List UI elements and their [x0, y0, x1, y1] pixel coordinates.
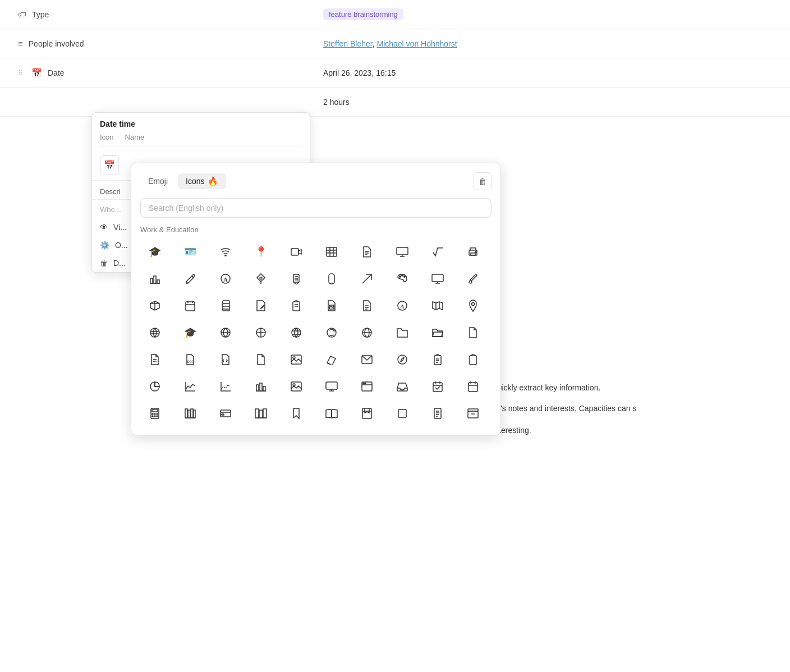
- section-label: Work & Education: [140, 225, 492, 234]
- icon-monitor3[interactable]: [317, 374, 346, 399]
- icon-inbox[interactable]: [388, 374, 417, 399]
- icon-refresh-globe[interactable]: [317, 320, 346, 345]
- panel-columns: Icon Name: [100, 133, 302, 146]
- panel-icon-box[interactable]: 📅: [100, 155, 119, 174]
- type-value-cell[interactable]: feature brainstorming: [314, 2, 790, 27]
- icon-globe5[interactable]: [352, 320, 382, 345]
- icon-plain-doc[interactable]: [140, 347, 169, 372]
- svg-rect-3: [327, 247, 337, 256]
- icon-edit-doc[interactable]: [246, 293, 275, 318]
- svg-point-0: [225, 255, 226, 256]
- date-value-cell[interactable]: April 26, 2023, 16:15: [314, 62, 790, 84]
- icon-calendar3[interactable]: [423, 374, 452, 399]
- icon-square[interactable]: [388, 401, 417, 426]
- icon-cube[interactable]: [140, 293, 169, 318]
- icon-globe-settings[interactable]: [140, 320, 169, 345]
- delete-icon-btn[interactable]: 🗑: [474, 172, 492, 190]
- icon-palette[interactable]: [388, 266, 417, 291]
- icon-paperclip[interactable]: [317, 266, 346, 291]
- icon-globe2[interactable]: [211, 320, 240, 345]
- icon-calculator[interactable]: [140, 401, 169, 426]
- search-wrapper[interactable]: [140, 198, 492, 218]
- icon-doc-text[interactable]: [352, 240, 382, 264]
- icon-printer[interactable]: [458, 240, 488, 264]
- icon-clipboard2[interactable]: [282, 293, 311, 318]
- picker-tabs-left: Emoji Icons 🔥: [140, 173, 226, 189]
- icon-font-a[interactable]: A: [211, 266, 240, 291]
- svg-rect-135: [255, 409, 259, 418]
- trash-icon-picker: 🗑: [479, 177, 487, 186]
- icon-map[interactable]: [423, 293, 452, 318]
- icon-line-chart[interactable]: [176, 374, 205, 399]
- icon-clipboard3[interactable]: [423, 347, 452, 372]
- icon-browser[interactable]: [352, 374, 382, 399]
- icon-envelope[interactable]: [352, 347, 382, 372]
- icon-bookshelf[interactable]: [176, 401, 205, 426]
- icon-blank-doc[interactable]: [246, 347, 275, 372]
- emoji-tab[interactable]: Emoji: [140, 173, 176, 189]
- icon-chart-bar[interactable]: [140, 266, 169, 291]
- icon-doc2[interactable]: [458, 320, 488, 345]
- icon-graduation[interactable]: 🎓: [140, 240, 169, 264]
- icon-books[interactable]: [246, 401, 275, 426]
- icon-folder-open[interactable]: [423, 320, 452, 345]
- icon-credit-card[interactable]: [211, 401, 240, 426]
- icon-lines-doc[interactable]: [423, 401, 452, 426]
- person-2-link[interactable]: Michael von Hohnhorst: [376, 39, 457, 48]
- icon-globe4[interactable]: [282, 320, 311, 345]
- svg-rect-130: [194, 410, 195, 418]
- icon-globe3[interactable]: [246, 320, 275, 345]
- icon-image2[interactable]: [282, 347, 311, 372]
- icon-search-input[interactable]: [149, 204, 483, 213]
- icon-send[interactable]: [352, 266, 382, 291]
- icon-open-book[interactable]: [317, 401, 346, 426]
- svg-point-16: [475, 252, 476, 253]
- icon-image-doc[interactable]: [317, 293, 346, 318]
- icon-sqrt[interactable]: [423, 240, 452, 264]
- icon-bar-chart2[interactable]: [246, 374, 275, 399]
- icon-eraser[interactable]: [317, 347, 346, 372]
- icon-pencil[interactable]: [176, 266, 205, 291]
- svg-point-34: [404, 276, 405, 277]
- icon-video[interactable]: [282, 240, 311, 264]
- icon-code-doc[interactable]: [211, 347, 240, 372]
- svg-point-65: [472, 303, 475, 306]
- icon-folder-closed[interactable]: [388, 320, 417, 345]
- type-tag[interactable]: feature brainstorming: [323, 8, 403, 20]
- date-label-cell: ⠿ 📅 Date: [0, 61, 314, 85]
- icon-book-bookmark[interactable]: [352, 401, 382, 426]
- svg-rect-136: [259, 410, 263, 418]
- icon-table[interactable]: [317, 240, 346, 264]
- icon-clipboard4[interactable]: [458, 347, 488, 372]
- icon-grad-cap2[interactable]: 🎓: [176, 320, 205, 345]
- svg-point-121: [152, 413, 153, 415]
- icon-location2[interactable]: [458, 293, 488, 318]
- icon-wifi[interactable]: [211, 240, 240, 264]
- icon-monitor[interactable]: [388, 240, 417, 264]
- svg-rect-127: [185, 409, 187, 418]
- icon-bookmark[interactable]: [282, 401, 311, 426]
- icon-pie-chart[interactable]: [140, 374, 169, 399]
- icon-text-a2[interactable]: A: [388, 293, 417, 318]
- person-1-link[interactable]: Steffen Bleher: [323, 39, 373, 48]
- svg-rect-148: [468, 411, 478, 418]
- icon-compass[interactable]: [388, 347, 417, 372]
- icon-location[interactable]: 📍: [246, 240, 275, 264]
- icon-doc-type[interactable]: DOC: [176, 347, 205, 372]
- svg-rect-149: [468, 409, 478, 411]
- icons-tab[interactable]: Icons 🔥: [178, 173, 226, 189]
- icon-line-chart2[interactable]: [211, 374, 240, 399]
- svg-rect-111: [433, 383, 442, 392]
- icon-archive[interactable]: [458, 401, 488, 426]
- icon-highlight[interactable]: [282, 266, 311, 291]
- icon-notebook[interactable]: [211, 293, 240, 318]
- icon-id-card[interactable]: 🪪: [176, 240, 205, 264]
- people-label-cell: ≡ People involved: [0, 32, 314, 55]
- icon-calendar4[interactable]: [458, 374, 488, 399]
- icon-calendar2[interactable]: [176, 293, 205, 318]
- icon-paintbrush[interactable]: [458, 266, 488, 291]
- icon-pen-nib[interactable]: [246, 266, 275, 291]
- icon-monitor2[interactable]: [423, 266, 452, 291]
- icon-image3[interactable]: [282, 374, 311, 399]
- icon-list-doc[interactable]: [352, 293, 382, 318]
